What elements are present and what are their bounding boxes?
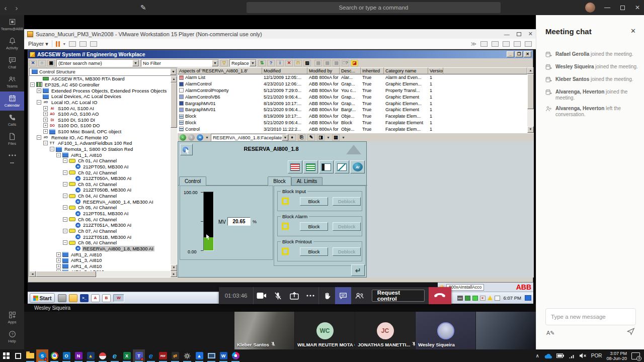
stamp-help-icon[interactable]: □? xyxy=(342,60,349,66)
display-icon[interactable] xyxy=(525,41,532,47)
hang-up-button[interactable] xyxy=(429,287,451,304)
suspend-icon[interactable] xyxy=(56,41,60,47)
abb-restore-button[interactable]: ❐ xyxy=(515,51,523,57)
warning-icon[interactable] xyxy=(488,296,493,300)
abb-workplace-icon[interactable]: W xyxy=(113,294,124,302)
taskbar-chrome[interactable] xyxy=(48,349,60,362)
operator-note-button[interactable] xyxy=(180,144,193,155)
scroll-right-icon[interactable]: ► xyxy=(171,271,177,277)
tree-item[interactable]: −I/ORemote IO, AC Remote IO xyxy=(29,134,171,140)
display-tray-icon[interactable] xyxy=(472,296,478,301)
tree-item[interactable]: −Ch 02, AI Channel xyxy=(29,169,171,175)
table-row[interactable]: Block5/21/2020 9:06:4...ABB 800xA for ..… xyxy=(178,120,527,126)
sidebar-item-apps[interactable]: Apps xyxy=(0,308,24,327)
sidebar-item-calendar[interactable]: Calendar xyxy=(0,92,24,111)
collapse-icon[interactable]: − xyxy=(63,194,67,198)
wifi-icon[interactable] xyxy=(569,353,575,358)
tree-item[interactable]: ASCSEW RTA, MB300 RTA Board xyxy=(29,76,171,82)
participant-tile-kleber-santos[interactable]: Kleber Santos xyxy=(234,312,294,349)
tree-item[interactable]: AIRESERVA_AI800_1.8, MB300 AI xyxy=(29,246,171,252)
object-type-icon[interactable]: AI xyxy=(197,134,203,141)
column-header[interactable]: Modified by xyxy=(307,67,340,74)
maximize-button[interactable] xyxy=(615,0,630,15)
window-tool-icon[interactable]: ▣ xyxy=(47,60,55,66)
close-chat-icon[interactable]: ✕ xyxy=(630,27,636,35)
tree-item[interactable]: AIRESERVA_AI800_1.4, MB300 AI xyxy=(29,199,171,205)
sidebar-item-teams-abb[interactable]: Teams@ABB xyxy=(0,15,24,34)
sidebar-item-teams[interactable]: Teams xyxy=(0,72,24,92)
network-icon[interactable] xyxy=(514,41,521,47)
tree-item[interactable]: +AIR1_3, AI810 xyxy=(29,257,171,263)
expand-icon[interactable]: + xyxy=(56,258,61,262)
taskbar-start-button[interactable] xyxy=(0,349,12,362)
tree-item[interactable]: −Ch 04, AI Channel xyxy=(29,193,171,199)
filter-funnel-icon[interactable]: ▽ xyxy=(220,60,228,66)
expand-icon[interactable]: + xyxy=(43,106,48,111)
sidebar-item-chat[interactable]: Chat xyxy=(0,53,24,72)
powershell-icon[interactable]: >_ xyxy=(80,294,89,302)
aspect-vertical-scrollbar[interactable]: ▲ ▼ xyxy=(527,67,534,133)
tree-item[interactable]: −TTAF100_1, AdvantFieldbus 100 Red xyxy=(29,140,171,146)
participant-tile[interactable] xyxy=(476,312,536,349)
tree-item[interactable]: +AIS100 AI, S100 AI xyxy=(29,105,171,111)
scroll-up-icon[interactable]: ▲ xyxy=(171,76,177,82)
tree-item[interactable]: −Remota_1, S800 IO Station Red xyxy=(29,146,171,152)
stamp-tool-icon-3[interactable]: ▤ xyxy=(333,60,340,66)
column-header[interactable]: Modified xyxy=(262,67,307,74)
column-header[interactable]: Aspects of 'RESERVA_AI800_1.8' xyxy=(178,67,262,74)
minimize-button[interactable]: — xyxy=(600,0,615,15)
taskbar-file-explorer[interactable] xyxy=(24,349,36,362)
tree-item[interactable]: +DOS100 DO, S100 DO xyxy=(29,123,171,129)
explorer-folder-icon[interactable] xyxy=(69,294,77,302)
tree-item[interactable]: +S100 Misc Board, OPC object xyxy=(29,129,171,135)
link-icon[interactable]: ✎ xyxy=(307,134,315,141)
forward-icon[interactable]: › xyxy=(11,4,22,12)
collapse-icon[interactable]: − xyxy=(63,240,67,245)
expand-icon[interactable]: + xyxy=(43,112,48,116)
list-view-icon[interactable]: ▤ xyxy=(332,134,340,141)
taskbar-word[interactable]: W xyxy=(217,349,229,362)
ctrl-alt-del-icon[interactable] xyxy=(69,41,76,47)
tree-item[interactable]: −Ch 07, AI Channel xyxy=(29,228,171,234)
structure-combobox[interactable]: Control Structure▼ xyxy=(29,68,177,75)
ai-object-icon[interactable]: AI xyxy=(350,160,365,173)
taskbar-internet-explorer[interactable]: e xyxy=(109,349,121,362)
tree-item[interactable]: Local Devices, AC Local Devices xyxy=(29,94,171,100)
tree-item[interactable]: AI212PT050, MB300 AI xyxy=(29,164,171,170)
replace-combobox[interactable]: Replace▼ xyxy=(229,59,257,67)
expand-icon[interactable]: + xyxy=(43,123,48,128)
pin-icon[interactable]: ♦ xyxy=(288,134,296,141)
tree-vertical-scrollbar[interactable]: ▲ ▼ xyxy=(171,76,177,271)
table-row[interactable]: AlarmControlVB65/21/2020 9:06:4...ABB 80… xyxy=(178,94,527,100)
language-indicator[interactable]: POR xyxy=(591,353,602,358)
bargraph-view-icon[interactable] xyxy=(319,160,334,173)
column-header[interactable]: Version xyxy=(428,67,443,74)
library-tool-icon[interactable]: ◪ xyxy=(351,60,358,66)
block-button[interactable]: Block xyxy=(300,222,328,231)
info-tool-icon[interactable]: i xyxy=(276,60,284,66)
vm-clock[interactable]: 6:07 PM xyxy=(504,295,521,301)
vm-minimize-button[interactable]: — xyxy=(504,31,510,37)
lock-tool-icon[interactable]: ⊓ xyxy=(294,60,302,66)
tree-item[interactable]: −Ch 03, AI Channel xyxy=(29,182,171,188)
table-row[interactable]: BargraphMV015/21/2020 9:06:4...ABB 800xA… xyxy=(178,107,527,113)
stamp-tool-icon-2[interactable]: ▤ xyxy=(324,60,331,66)
participant-tile-wilmar-reuter-mota-c[interactable]: WCWILMAR REUTER MOTA C... xyxy=(295,312,355,349)
block-button[interactable]: Block xyxy=(300,197,328,206)
filter-combobox[interactable]: No Filter▼ xyxy=(141,59,219,67)
tree-item[interactable]: +AIR1_4, AI810 xyxy=(29,263,171,269)
table-row[interactable]: BargraphMV018/19/2009 10:17:...ABB 800xA… xyxy=(178,100,527,107)
image-tool-icon[interactable]: ▨ xyxy=(303,60,311,66)
column-header[interactable]: Category name xyxy=(384,67,428,74)
format-icon[interactable]: A✎ xyxy=(546,330,555,336)
abb-app-2-icon[interactable]: B xyxy=(102,294,111,302)
apply-button[interactable]: ↵ xyxy=(351,264,365,276)
send-icon[interactable] xyxy=(627,327,635,337)
print-icon[interactable]: ⎘ xyxy=(298,134,305,141)
hidden-icons-chevron[interactable]: ∧ xyxy=(535,353,539,358)
host-clock[interactable]: 3:07 PM 08-Jun-20 xyxy=(606,351,627,361)
battery-icon[interactable] xyxy=(465,296,470,301)
mute-button[interactable] xyxy=(270,287,286,304)
tree-item[interactable]: +AOS100 AO, S100 AO xyxy=(29,111,171,117)
unity-icon[interactable] xyxy=(90,41,97,47)
